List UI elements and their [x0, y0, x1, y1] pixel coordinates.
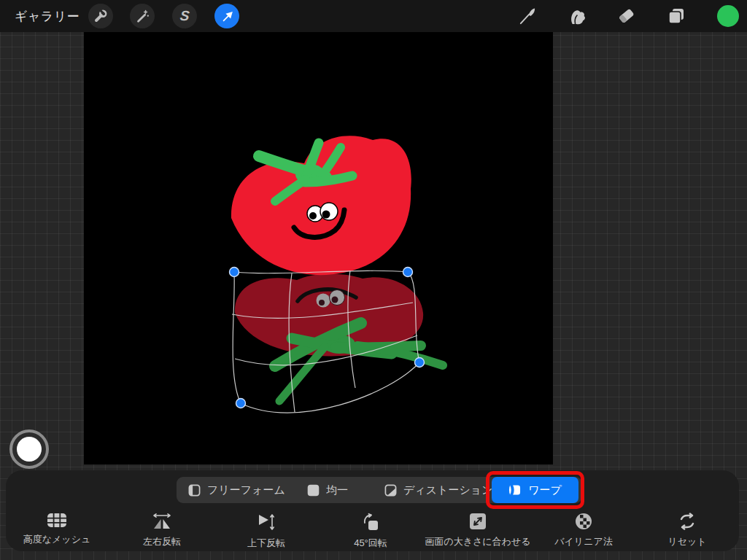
selection-button[interactable]: S: [172, 4, 197, 28]
actions-button[interactable]: [88, 4, 113, 28]
bilinear-button[interactable]: バイリニア法: [529, 513, 638, 548]
tab-distortion[interactable]: ディストーション: [384, 477, 492, 503]
tab-warp-label: ワープ: [528, 483, 562, 497]
reset-button[interactable]: リセット: [632, 513, 742, 548]
tab-uniform-label: 均一: [326, 483, 348, 497]
uniform-icon: [307, 484, 320, 497]
reset-label: リセット: [667, 535, 706, 548]
transform-arrow-icon: [219, 8, 235, 24]
adjustments-button[interactable]: [130, 4, 155, 28]
freeform-icon: [188, 484, 201, 497]
warp-handle-top-right[interactable]: [403, 268, 413, 277]
tab-freeform-label: フリーフォーム: [207, 483, 285, 497]
fit-screen-button[interactable]: 画面の大きさに合わせる: [423, 513, 533, 548]
tab-distortion-label: ディストーション: [403, 483, 492, 497]
rotate-45-label: 45°回転: [354, 537, 387, 550]
layers-icon: [666, 6, 686, 26]
bilinear-label: バイリニア法: [554, 535, 613, 548]
eraser-icon: [616, 6, 636, 26]
color-circle-icon[interactable]: [717, 5, 739, 27]
flip-horizontal-button[interactable]: 左右反転: [107, 513, 217, 548]
paint-tool-button[interactable]: [517, 6, 537, 28]
brush-icon: [517, 6, 537, 26]
warp-handle-bottom-left[interactable]: [236, 399, 246, 408]
tab-uniform[interactable]: 均一: [307, 477, 348, 503]
warp-icon: [508, 484, 522, 496]
warp-handle-bottom-right[interactable]: [415, 358, 425, 368]
erase-tool-button[interactable]: [616, 6, 636, 28]
rotate-45-button[interactable]: 45°回転: [316, 513, 425, 550]
selection-s-icon: S: [179, 8, 190, 24]
advanced-mesh-label: 高度なメッシュ: [23, 533, 91, 546]
rotate-45-icon: [361, 513, 380, 532]
smudge-icon: [567, 6, 587, 26]
flip-vertical-icon: [257, 513, 276, 532]
flip-vertical-button[interactable]: 上下反転: [212, 513, 321, 550]
fit-screen-label: 画面の大きさに合わせる: [425, 535, 530, 548]
smudge-tool-button[interactable]: [567, 6, 587, 28]
distortion-icon: [384, 484, 397, 497]
bilinear-icon: [575, 513, 592, 530]
layers-button[interactable]: [666, 6, 686, 29]
advanced-mesh-button[interactable]: 高度なメッシュ: [2, 513, 112, 546]
modify-button[interactable]: [9, 429, 49, 469]
warp-handle-top-left[interactable]: [230, 268, 239, 277]
magic-wand-icon: [134, 8, 150, 24]
transform-button[interactable]: [214, 4, 239, 28]
flip-horizontal-icon: [152, 513, 172, 530]
top-toolbar: ギャラリー S: [0, 0, 747, 32]
drawing-canvas[interactable]: [84, 32, 553, 464]
tomato-drawing: [231, 136, 411, 275]
flip-vertical-label: 上下反転: [247, 537, 285, 550]
fit-screen-icon: [469, 513, 487, 530]
tab-warp[interactable]: ワープ: [492, 477, 578, 503]
mesh-grid-icon: [47, 513, 67, 528]
flip-horizontal-label: 左右反転: [143, 535, 181, 548]
tab-freeform[interactable]: フリーフォーム: [188, 477, 285, 503]
reset-icon: [678, 513, 697, 530]
wrench-icon: [93, 8, 109, 24]
gallery-button[interactable]: ギャラリー: [15, 8, 80, 25]
modify-button-dot: [17, 437, 42, 462]
canvas-artwork: [84, 32, 553, 464]
